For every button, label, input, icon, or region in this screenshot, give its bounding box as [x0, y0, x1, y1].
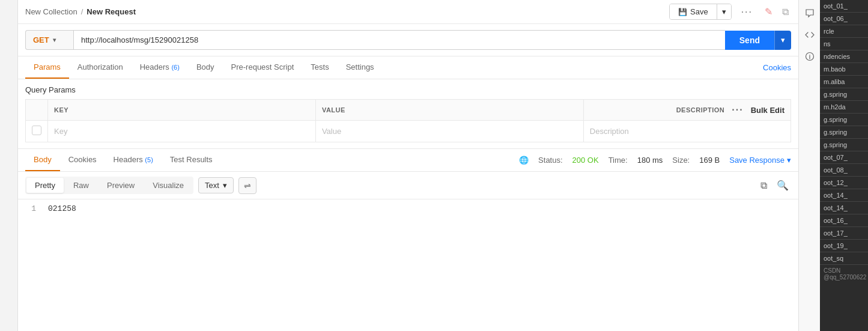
response-tab-test-results[interactable]: Test Results — [162, 149, 221, 171]
more-actions-button[interactable]: ··· — [736, 4, 757, 20]
th-value: VALUE — [315, 100, 583, 121]
breadcrumb-bar: New Collection / New Request 💾 Save ▾ ··… — [18, 0, 798, 24]
list-item[interactable]: g.spring — [820, 114, 868, 126]
tab-body[interactable]: Body — [188, 56, 223, 79]
format-tab-pretty[interactable]: Pretty — [26, 178, 64, 193]
format-tab-visualize[interactable]: Visualize — [144, 178, 192, 193]
tab-settings[interactable]: Settings — [338, 56, 383, 79]
copy-icon-button[interactable]: ⧉ — [780, 4, 791, 20]
tab-headers[interactable]: Headers (6) — [132, 56, 188, 79]
response-line-1: 1 021258 — [18, 199, 798, 218]
copy-response-button[interactable]: ⧉ — [758, 177, 769, 193]
format-tab-raw[interactable]: Raw — [65, 178, 97, 193]
breadcrumb-separator: / — [81, 7, 83, 16]
bulk-edit-button[interactable]: Bulk Edit — [751, 106, 785, 115]
breadcrumb-parent[interactable]: New Collection — [25, 7, 77, 16]
format-tab-preview[interactable]: Preview — [99, 178, 143, 193]
tab-params[interactable]: Params — [25, 56, 69, 79]
list-item[interactable]: oot_14_ — [820, 202, 868, 214]
response-body: 1 021258 — [18, 199, 798, 218]
url-bar: GET ▾ Send ▾ — [18, 24, 798, 56]
list-item[interactable]: g.spring — [820, 126, 868, 139]
save-response-button[interactable]: Save Response ▾ — [729, 156, 791, 165]
list-item[interactable]: m.aliba — [820, 76, 868, 88]
row-checkbox-cell — [26, 121, 48, 142]
list-item[interactable]: g.spring — [820, 88, 868, 101]
list-item[interactable]: oot_16_ — [820, 214, 868, 227]
search-icon: 🔍 — [777, 180, 789, 190]
send-btn-group: Send ▾ — [725, 31, 791, 50]
response-status-bar: 🌐 Status: 200 OK Time: 180 ms Size: 169 … — [519, 156, 791, 165]
search-response-button[interactable]: 🔍 — [774, 177, 791, 193]
list-item[interactable]: rcle — [820, 25, 868, 38]
globe-icon[interactable]: 🌐 — [519, 156, 529, 165]
description-cell[interactable]: Description — [583, 121, 791, 142]
response-tab-body[interactable]: Body — [25, 149, 60, 171]
method-label: GET — [33, 35, 49, 44]
response-tab-headers[interactable]: Headers (5) — [105, 149, 162, 171]
breadcrumb: New Collection / New Request — [25, 7, 136, 16]
request-tabs: Params Authorization Headers (6) Body Pr… — [25, 56, 383, 79]
sidebar-comment-icon[interactable] — [801, 5, 818, 22]
row-checkbox[interactable] — [32, 126, 41, 135]
center-panel: New Collection / New Request 💾 Save ▾ ··… — [18, 0, 798, 331]
send-dropdown-button[interactable]: ▾ — [774, 31, 791, 50]
list-item[interactable]: oot_01_ — [820, 0, 868, 13]
list-item[interactable]: oot_12_ — [820, 177, 868, 189]
wrap-lines-button[interactable]: ⇌ — [238, 177, 256, 194]
list-item[interactable]: m.h2da — [820, 101, 868, 114]
edit-icon: ✎ — [765, 6, 772, 17]
table-row: Key Value Description — [26, 121, 791, 142]
line-content: 021258 — [42, 199, 798, 218]
response-tabs: Body Cookies Headers (5) Test Results — [25, 149, 221, 171]
list-item[interactable]: oot_sq — [820, 252, 868, 265]
method-select[interactable]: GET ▾ — [25, 30, 73, 50]
list-item[interactable]: ndencies — [820, 50, 868, 63]
edit-icon-button[interactable]: ✎ — [762, 4, 775, 20]
list-item[interactable]: oot_07_ — [820, 151, 868, 164]
query-params-section: Query Params KEY VALUE DESCRIPTION — [18, 79, 798, 148]
th-key: KEY — [48, 100, 316, 121]
text-type-label: Text — [205, 181, 219, 190]
th-checkbox — [26, 100, 48, 121]
params-more-icon[interactable]: ··· — [732, 105, 743, 115]
status-code: 200 OK — [572, 156, 599, 165]
query-params-title: Query Params — [25, 85, 791, 94]
url-input[interactable] — [73, 30, 725, 50]
sidebar-info-icon[interactable] — [801, 48, 818, 65]
request-tabs-bar: Params Authorization Headers (6) Body Pr… — [18, 56, 798, 79]
save-dropdown-button[interactable]: ▾ — [717, 4, 731, 19]
list-item[interactable]: g.spring — [820, 139, 868, 151]
list-item[interactable]: ns — [820, 38, 868, 50]
send-button[interactable]: Send — [725, 31, 774, 50]
response-tabs-bar: Body Cookies Headers (5) Test Results 🌐 … — [18, 149, 798, 172]
key-cell[interactable]: Key — [48, 121, 316, 142]
sidebar-code-icon[interactable] — [801, 26, 818, 43]
right-sidebar — [798, 0, 820, 331]
list-item[interactable]: oot_06_ — [820, 13, 868, 25]
save-btn-group: 💾 Save ▾ — [669, 4, 732, 20]
line-number: 1 — [18, 199, 42, 218]
save-button[interactable]: 💾 Save — [670, 4, 717, 19]
response-size: 169 B — [699, 156, 720, 165]
response-tab-cookies[interactable]: Cookies — [60, 149, 105, 171]
list-item[interactable]: oot_19_ — [820, 240, 868, 252]
wrap-icon: ⇌ — [244, 181, 251, 190]
chevron-down-icon: ▾ — [53, 37, 56, 43]
tab-tests[interactable]: Tests — [302, 56, 337, 79]
params-table: KEY VALUE DESCRIPTION ··· Bulk Edit — [25, 99, 791, 142]
cookies-link[interactable]: Cookies — [763, 63, 791, 72]
tab-authorization[interactable]: Authorization — [69, 56, 132, 79]
list-item[interactable]: oot_14_ — [820, 189, 868, 202]
th-description: DESCRIPTION ··· Bulk Edit — [583, 100, 791, 121]
chevron-down-icon: ▾ — [787, 156, 791, 165]
breadcrumb-current: New Request — [86, 7, 136, 16]
list-item[interactable]: oot_08_ — [820, 164, 868, 177]
list-item[interactable]: m.baob — [820, 63, 868, 76]
tab-pre-request-script[interactable]: Pre-request Script — [223, 56, 303, 79]
value-cell[interactable]: Value — [315, 121, 583, 142]
list-item[interactable]: oot_17_ — [820, 227, 868, 240]
watermark: CSDN @qq_52700622 — [820, 265, 868, 283]
text-type-select[interactable]: Text ▾ — [198, 177, 234, 193]
far-right-list: oot_01_ oot_06_ rcle ns ndencies m.baob … — [820, 0, 868, 331]
